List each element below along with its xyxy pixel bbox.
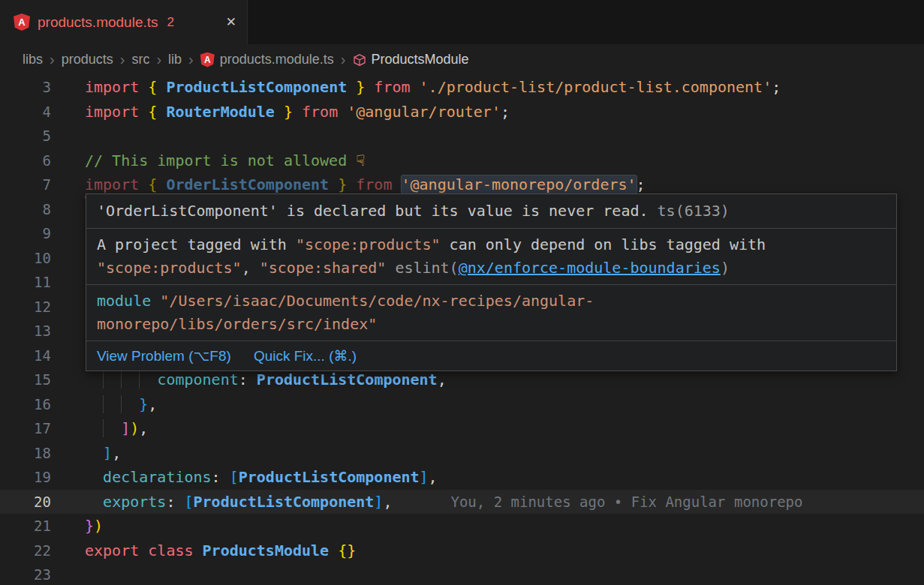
code-line-content: import { OrderListComponent } from '@ang… [85, 176, 646, 194]
code-line[interactable]: 21}) [0, 514, 924, 538]
code-token: can only depend on libs tagged with [441, 236, 766, 254]
code-token: from [356, 176, 392, 194]
code-token: , [438, 370, 447, 388]
code-line-content: import { RouterModule } from '@angular/r… [85, 103, 510, 121]
code-token [194, 542, 203, 560]
code-token: , [383, 493, 392, 511]
code-line[interactable]: 4import { RouterModule } from '@angular/… [0, 100, 924, 124]
line-number: 17 [0, 416, 51, 441]
code-line[interactable]: 3import { ProductListComponent } from '.… [0, 75, 924, 100]
breadcrumb-item[interactable]: src [131, 52, 149, 68]
code-line-content: exports: [ProductListComponent], [85, 493, 392, 511]
code-token [157, 103, 166, 121]
code-token: declarations [103, 468, 212, 486]
eslint-rule-link[interactable]: @nx/enforce-module-boundaries [459, 259, 721, 277]
code-token [139, 370, 157, 388]
code-token: , [148, 395, 157, 413]
line-number: 20 [0, 490, 51, 514]
code-token: monorepo/libs/orders/src/index" [97, 315, 377, 333]
code-token [157, 176, 166, 194]
line-number: 23 [0, 562, 51, 585]
code-line-content: import { ProductListComponent } from './… [85, 78, 781, 96]
code-line[interactable]: 23 [0, 562, 924, 585]
code-token: ] [420, 468, 429, 486]
view-problem-action[interactable]: View Problem (⌥F8) [97, 346, 231, 366]
hover-eslint-line: "scope:products", "scope:shared" eslint(… [97, 256, 886, 280]
code-token: ProductsModule [203, 542, 330, 560]
code-token [103, 395, 121, 413]
code-line[interactable]: 5 [0, 124, 924, 148]
code-token [139, 542, 148, 560]
breadcrumb-item[interactable]: lib [168, 52, 182, 68]
code-line-content: ], [85, 444, 121, 462]
code-line-content: // This import is not allowed ☟ [85, 152, 365, 170]
code-line[interactable]: 18 ], [0, 441, 924, 466]
tab-products-module[interactable]: A products.module.ts 2 ✕ [0, 0, 248, 44]
hover-module-line: module "/Users/isaac/Documents/code/nx-r… [97, 290, 886, 313]
code-line[interactable]: 17 ]), [0, 416, 924, 441]
breadcrumb-label: products [62, 52, 113, 68]
hover-module-line: monorepo/libs/orders/src/index" [97, 313, 886, 336]
code-token: ) [130, 419, 139, 437]
code-token [275, 103, 284, 121]
code-line[interactable]: 20 exports: [ProductListComponent],You, … [0, 490, 924, 514]
code-token: ] [374, 493, 383, 511]
line-number: 21 [0, 514, 51, 538]
code-token: class [148, 542, 193, 560]
breadcrumb: libs›products›src›lib›Aproducts.module.t… [0, 44, 924, 75]
line-number: 9 [0, 221, 51, 246]
line-number: 15 [0, 368, 51, 392]
breadcrumb-label: lib [168, 52, 182, 68]
line-number: 8 [0, 197, 51, 222]
quick-fix-action[interactable]: Quick Fix... (⌘.) [254, 346, 357, 366]
code-token: } [85, 517, 94, 535]
code-token [121, 370, 139, 388]
line-number: 18 [0, 441, 51, 466]
code-token: '@angular-monorepo/orders' [402, 176, 637, 194]
code-token [347, 176, 356, 194]
code-token: "scope:shared" [260, 259, 387, 277]
code-line[interactable]: 16 }, [0, 392, 924, 417]
line-number: 6 [0, 148, 51, 173]
breadcrumb-item[interactable]: ProductsModule [353, 52, 469, 68]
code-token [151, 292, 160, 310]
code-token: eslint( [395, 259, 458, 277]
line-number: 22 [0, 538, 51, 563]
breadcrumb-item[interactable]: Aproducts.module.ts [200, 52, 334, 68]
code-token [85, 370, 103, 388]
close-tab-icon[interactable]: ✕ [226, 14, 236, 30]
code-token [139, 176, 148, 194]
code-line[interactable]: 22export class ProductsModule {} [0, 538, 924, 563]
code-token [347, 78, 356, 96]
code-line[interactable]: 6// This import is not allowed ☟ [0, 148, 924, 173]
code-token: [ [184, 493, 193, 511]
code-token: ; [637, 176, 646, 194]
line-number: 12 [0, 295, 51, 320]
editor: 3import { ProductListComponent } from '.… [0, 75, 924, 585]
code-line-content: export class ProductsModule {} [85, 542, 356, 560]
code-token: ] [103, 444, 112, 462]
code-token: '@angular/router' [347, 103, 501, 121]
code-token: component [157, 370, 238, 388]
code-token [411, 78, 420, 96]
code-token [392, 176, 401, 194]
code-line[interactable]: 19 declarations: [ProductListComponent], [0, 465, 924, 490]
code-token [293, 103, 302, 121]
breadcrumb-item[interactable]: products [62, 52, 113, 68]
angular-file-icon: A [14, 14, 30, 31]
breadcrumb-item[interactable]: libs [23, 52, 43, 68]
code-token: import [85, 103, 139, 121]
hover-ts-message: 'OrderListComponent' is declared but its… [86, 194, 896, 228]
blame-annotation: You, 2 minutes ago • Fix Angular monorep… [450, 494, 802, 510]
code-token: A project tagged with [97, 236, 296, 254]
code-line-content: declarations: [ProductListComponent], [85, 468, 438, 486]
code-token [103, 370, 121, 388]
code-token: , [429, 468, 438, 486]
line-number: 19 [0, 465, 51, 490]
code-token: [ [230, 468, 239, 486]
code-line-content: component: ProductListComponent, [85, 370, 447, 388]
code-token: { [148, 176, 157, 194]
code-token: "scope:products" [97, 259, 242, 277]
code-token [139, 103, 148, 121]
code-token: from [374, 78, 410, 96]
